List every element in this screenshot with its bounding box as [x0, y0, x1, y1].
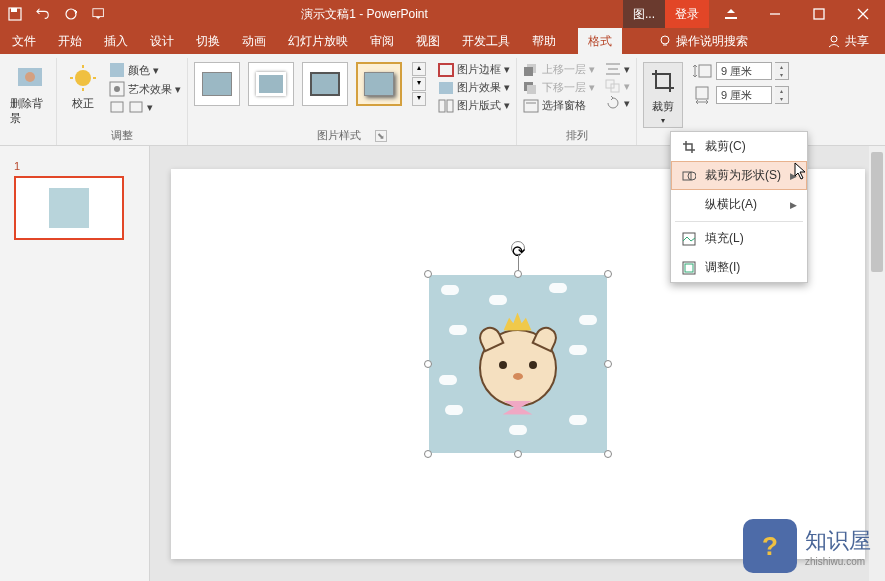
crop-button[interactable]: 裁剪 ▾ [643, 62, 683, 128]
menu-home[interactable]: 开始 [58, 33, 82, 50]
svg-point-14 [75, 70, 91, 86]
menu-animations[interactable]: 动画 [242, 33, 266, 50]
height-down[interactable]: ▾ [775, 71, 788, 79]
color-button[interactable]: 颜色 ▾ [109, 62, 181, 78]
svg-point-9 [661, 36, 669, 44]
menu-review[interactable]: 审阅 [370, 33, 394, 50]
height-up[interactable]: ▴ [775, 63, 788, 71]
svg-point-13 [25, 72, 35, 82]
width-down[interactable]: ▾ [775, 95, 788, 103]
menubar: 文件 开始 插入 设计 切换 动画 幻灯片放映 审阅 视图 开发工具 帮助 格式… [0, 28, 885, 54]
menu-view[interactable]: 视图 [416, 33, 440, 50]
styles-group-label: 图片样式 [317, 128, 361, 143]
minimize-icon[interactable] [753, 0, 797, 28]
svg-rect-1 [11, 8, 17, 12]
menu-transitions[interactable]: 切换 [196, 33, 220, 50]
vertical-scrollbar[interactable] [869, 146, 885, 581]
rotate-button[interactable]: ▾ [605, 96, 630, 110]
close-icon[interactable] [841, 0, 885, 28]
crop-menu-fit[interactable]: 调整(I) [671, 253, 807, 282]
menu-insert[interactable]: 插入 [104, 33, 128, 50]
resize-handle-bm[interactable] [514, 450, 522, 458]
styles-dialog-launcher[interactable]: ⬊ [375, 130, 387, 142]
svg-rect-19 [110, 63, 124, 77]
svg-rect-22 [111, 102, 123, 112]
resize-handle-br[interactable] [604, 450, 612, 458]
send-backward-button[interactable]: 下移一层 ▾ [523, 80, 595, 95]
group-icon [605, 79, 621, 93]
align-icon [605, 62, 621, 76]
svg-rect-4 [725, 17, 737, 19]
undo-icon[interactable] [36, 7, 50, 21]
width-icon [693, 86, 713, 104]
resize-handle-mr[interactable] [604, 360, 612, 368]
svg-rect-31 [527, 85, 536, 94]
resize-handle-tl[interactable] [424, 270, 432, 278]
color-icon [109, 62, 125, 78]
menu-help[interactable]: 帮助 [532, 33, 556, 50]
svg-point-44 [688, 172, 696, 180]
share-button[interactable]: 共享 [827, 33, 869, 50]
slideshow-from-start-icon[interactable] [92, 7, 106, 21]
menu-design[interactable]: 设计 [150, 33, 174, 50]
artistic-icon [109, 81, 125, 97]
artistic-effects-button[interactable]: 艺术效果 ▾ [109, 81, 181, 97]
menu-file[interactable]: 文件 [12, 33, 36, 50]
svg-rect-39 [699, 65, 711, 77]
arrange-group-label: 排列 [566, 128, 588, 143]
picture-effects-button[interactable]: 图片效果 ▾ [438, 80, 510, 95]
svg-rect-3 [93, 9, 104, 17]
crop-menu-aspect[interactable]: 纵横比(A) ▶ [671, 190, 807, 219]
crop-menu-shape[interactable]: 裁剪为形状(S) ▶ [671, 161, 807, 190]
tell-me-search[interactable]: 操作说明搜索 [658, 33, 748, 50]
align-button[interactable]: ▾ [605, 62, 630, 76]
group-button[interactable]: ▾ [605, 79, 630, 93]
layout-icon [438, 99, 454, 113]
selection-pane-button[interactable]: 选择窗格 [523, 98, 595, 113]
picture-style-2[interactable] [248, 62, 294, 106]
bring-forward-button[interactable]: 上移一层 ▾ [523, 62, 595, 77]
adjust-group-label: 调整 [111, 128, 133, 143]
svg-rect-25 [439, 82, 453, 94]
redo-icon[interactable] [64, 7, 78, 21]
slide-thumbnail-1[interactable] [14, 176, 124, 240]
reset-icon [128, 100, 144, 114]
crop-menu-crop[interactable]: 裁剪(C) [671, 132, 807, 161]
height-field[interactable]: 9 厘米 ▴▾ [693, 62, 789, 80]
selection-icon [523, 99, 539, 113]
picture-style-4[interactable] [356, 62, 402, 106]
style-gallery-more[interactable]: ▾ [412, 92, 426, 106]
picture-style-3[interactable] [302, 62, 348, 106]
remove-background-button[interactable]: 删除背景 [10, 62, 50, 126]
resize-handle-tr[interactable] [604, 270, 612, 278]
bulb-icon [658, 34, 672, 48]
picture-border-button[interactable]: 图片边框 ▾ [438, 62, 510, 77]
width-up[interactable]: ▴ [775, 87, 788, 95]
resize-handle-ml[interactable] [424, 360, 432, 368]
ribbon-options-icon[interactable] [709, 0, 753, 28]
style-gallery-up[interactable]: ▴ [412, 62, 426, 76]
menu-developer[interactable]: 开发工具 [462, 33, 510, 50]
width-field[interactable]: 9 厘米 ▴▾ [693, 86, 789, 104]
resize-handle-bl[interactable] [424, 450, 432, 458]
thumbnail-panel: 1 [0, 146, 150, 581]
rotate-handle[interactable]: ⟳ [511, 241, 525, 255]
menu-slideshow[interactable]: 幻灯片放映 [288, 33, 348, 50]
resize-handle-tm[interactable] [514, 270, 522, 278]
style-gallery-down[interactable]: ▾ [412, 77, 426, 91]
window-title: 演示文稿1 - PowerPoint [106, 6, 623, 23]
picture-style-1[interactable] [194, 62, 240, 106]
compress-reset-row[interactable]: ▾ [109, 100, 181, 114]
picture-layout-button[interactable]: 图片版式 ▾ [438, 98, 510, 113]
corrections-button[interactable]: 校正 [63, 62, 103, 111]
maximize-icon[interactable] [797, 0, 841, 28]
svg-rect-29 [524, 67, 533, 76]
login-button[interactable]: 登录 [665, 0, 709, 28]
selected-image[interactable]: ⟳ [429, 275, 607, 453]
border-icon [438, 63, 454, 77]
save-icon[interactable] [8, 7, 22, 21]
menu-format[interactable]: 格式 [578, 28, 622, 54]
crop-menu-fill[interactable]: 填充(L) [671, 224, 807, 253]
context-tab-label[interactable]: 图... [623, 0, 665, 28]
svg-rect-47 [685, 264, 693, 272]
